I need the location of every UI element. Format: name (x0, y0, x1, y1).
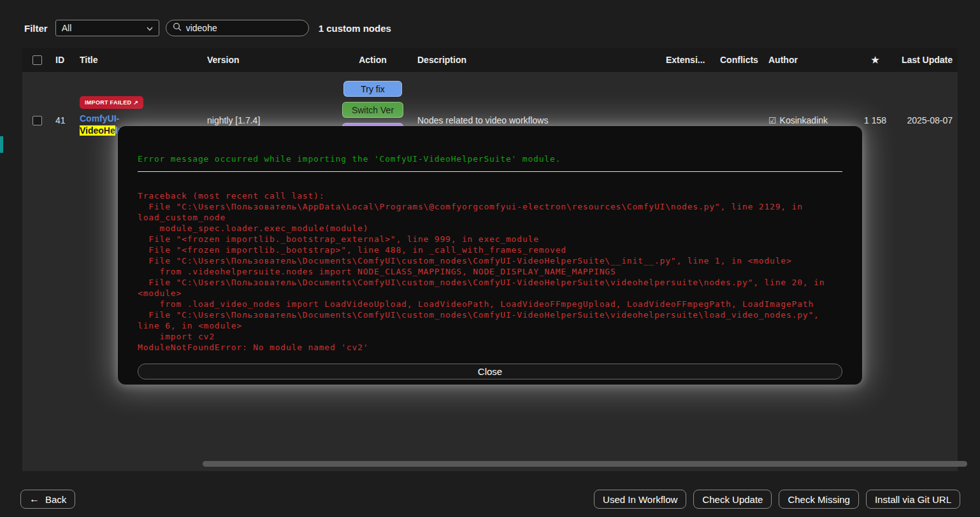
try-fix-button[interactable]: Try fix (343, 81, 402, 97)
import-failed-badge[interactable]: IMPORT FAILED ↗ (80, 96, 143, 109)
header-last-update[interactable]: Last Update (893, 55, 958, 65)
row-stars: 1 158 (858, 72, 893, 150)
author-verified-icon: ☑ (768, 115, 777, 125)
search-input[interactable] (186, 23, 302, 33)
footer-actions: Used In Workflow Check Update Check Miss… (594, 490, 960, 509)
filter-selected-value: All (62, 23, 72, 33)
left-edge-scroll-indicator[interactable] (0, 136, 3, 153)
header-conflicts[interactable]: Conflicts (720, 55, 768, 65)
table-header-row: ID Title Version Action Description Exte… (22, 48, 958, 72)
header-id[interactable]: ID (55, 55, 80, 65)
switch-ver-button[interactable]: Switch Ver (342, 102, 403, 118)
row-checkbox[interactable] (32, 116, 42, 125)
search-box[interactable] (166, 20, 309, 36)
row-id: 41 (55, 72, 80, 150)
import-error-modal: Error message occurred while importing t… (118, 126, 862, 385)
results-count: 1 custom nodes (319, 23, 391, 34)
filter-dropdown[interactable]: All (55, 20, 159, 36)
header-description[interactable]: Description (417, 55, 666, 65)
header-version[interactable]: Version (207, 55, 328, 65)
title-prefix: ComfyUI- (80, 113, 154, 125)
check-update-button[interactable]: Check Update (693, 490, 772, 509)
horizontal-scrollbar-thumb[interactable] (203, 461, 967, 467)
header-author[interactable]: Author (768, 55, 858, 65)
search-icon (173, 22, 182, 34)
header-extensions[interactable]: Extensi... (666, 55, 720, 65)
check-missing-button[interactable]: Check Missing (779, 490, 859, 509)
back-button[interactable]: ← Back (20, 490, 75, 509)
chevron-down-icon (147, 23, 153, 33)
row-last-update: 2025-08-07 (893, 72, 958, 150)
error-traceback: Traceback (most recent call last): File … (138, 190, 842, 364)
close-button[interactable]: Close (138, 364, 842, 379)
header-title[interactable]: Title (80, 55, 207, 65)
toolbar: Filter All 1 custom nodes (24, 19, 391, 37)
back-label: Back (45, 494, 66, 505)
select-all-checkbox[interactable] (32, 55, 42, 65)
filter-label: Filter (24, 23, 48, 34)
used-in-workflow-button[interactable]: Used In Workflow (594, 490, 686, 509)
row-author: Kosinkadink (780, 115, 828, 125)
header-star-icon[interactable]: ★ (858, 55, 893, 65)
comfyui-manager-window: Filter All 1 custom nodes ID Title Versi… (0, 0, 980, 517)
header-action[interactable]: Action (328, 55, 417, 65)
title-search-highlight: VideoHe (80, 125, 115, 136)
row-select-cell (22, 72, 55, 150)
install-via-git-url-button[interactable]: Install via Git URL (866, 490, 960, 509)
header-select-all-cell (22, 55, 55, 65)
import-failed-label: IMPORT FAILED (85, 99, 131, 106)
back-arrow-icon: ← (29, 493, 40, 505)
external-link-icon: ↗ (133, 99, 138, 106)
error-message: Error message occurred while importing t… (138, 154, 842, 164)
modal-divider (138, 171, 842, 172)
